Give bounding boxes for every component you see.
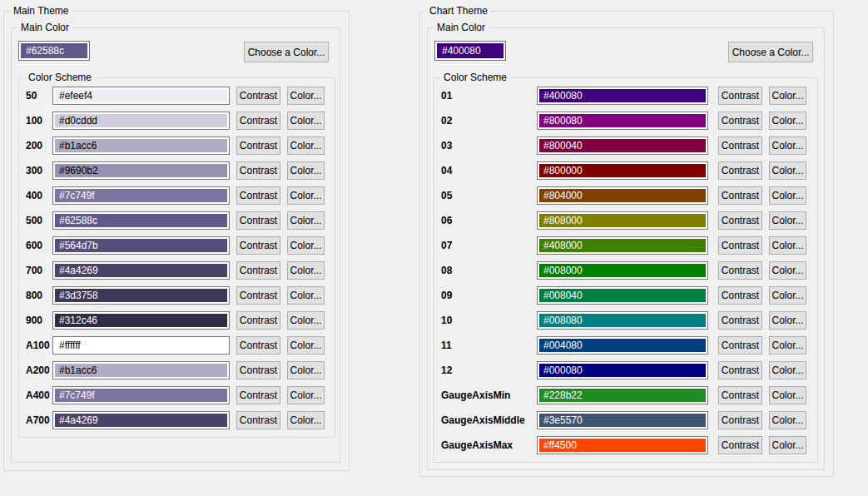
contrast-button[interactable]: Contrast [718, 411, 762, 429]
scheme-color-field[interactable]: #b1acc6 [52, 361, 230, 379]
contrast-button[interactable]: Contrast [718, 286, 762, 305]
contrast-button[interactable]: Contrast [236, 336, 280, 355]
color-button[interactable]: Color... [287, 261, 325, 280]
color-button[interactable]: Color... [287, 161, 325, 180]
contrast-button[interactable]: Contrast [718, 211, 762, 230]
contrast-button[interactable]: Contrast [236, 211, 280, 230]
contrast-button[interactable]: Contrast [718, 436, 762, 454]
contrast-button[interactable]: Contrast [236, 361, 280, 379]
scheme-color-hex: #800000 [543, 165, 583, 176]
contrast-button[interactable]: Contrast [718, 311, 762, 330]
contrast-button[interactable]: Contrast [236, 311, 280, 330]
scheme-key-label: 10 [441, 315, 537, 326]
color-button[interactable]: Color... [769, 411, 806, 429]
color-button[interactable]: Color... [287, 112, 325, 130]
scheme-color-field[interactable]: #ff4500 [537, 436, 708, 454]
color-button[interactable]: Color... [769, 261, 806, 280]
scheme-color-field[interactable]: #62588c [52, 211, 230, 230]
scheme-color-field[interactable]: #800000 [537, 161, 708, 180]
color-button[interactable]: Color... [769, 87, 806, 105]
scheme-color-field[interactable]: #4a4269 [52, 261, 230, 280]
contrast-button[interactable]: Contrast [718, 161, 762, 180]
color-button[interactable]: Color... [769, 436, 806, 454]
contrast-button[interactable]: Contrast [236, 286, 280, 305]
color-button[interactable]: Color... [287, 136, 325, 155]
scheme-color-field[interactable]: #000080 [537, 361, 708, 379]
color-button[interactable]: Color... [287, 286, 325, 305]
color-button[interactable]: Color... [769, 361, 806, 379]
contrast-button[interactable]: Contrast [718, 186, 762, 205]
contrast-button[interactable]: Contrast [718, 236, 762, 255]
contrast-button[interactable]: Contrast [718, 386, 762, 404]
scheme-color-field[interactable]: #b1acc6 [52, 136, 230, 155]
color-scheme-row: A200#b1acc6ContrastColor... [19, 361, 335, 379]
color-button[interactable]: Color... [287, 411, 325, 429]
scheme-color-field[interactable]: #ffffff [52, 336, 230, 355]
contrast-button[interactable]: Contrast [718, 261, 762, 280]
contrast-button[interactable]: Contrast [236, 261, 280, 280]
contrast-button[interactable]: Contrast [236, 386, 280, 404]
scheme-color-field[interactable]: #004080 [537, 336, 708, 355]
scheme-color-field[interactable]: #564d7b [52, 236, 230, 255]
contrast-button[interactable]: Contrast [236, 136, 280, 155]
scheme-color-field[interactable]: #008000 [537, 261, 708, 280]
scheme-color-field[interactable]: #4a4269 [52, 411, 230, 429]
color-button[interactable]: Color... [287, 236, 325, 255]
main-color-group-title: Main Color [17, 22, 72, 34]
color-button[interactable]: Color... [769, 311, 806, 330]
color-button[interactable]: Color... [287, 186, 325, 205]
color-button[interactable]: Color... [769, 112, 806, 130]
choose-color-button[interactable]: Choose a Color... [244, 42, 329, 62]
contrast-button[interactable]: Contrast [236, 236, 280, 255]
contrast-button[interactable]: Contrast [718, 136, 762, 155]
contrast-button[interactable]: Contrast [236, 87, 280, 105]
contrast-button[interactable]: Contrast [718, 361, 762, 379]
color-button[interactable]: Color... [769, 236, 806, 255]
contrast-button[interactable]: Contrast [718, 336, 762, 355]
contrast-button[interactable]: Contrast [718, 87, 762, 105]
color-button[interactable]: Color... [287, 311, 325, 330]
scheme-color-field[interactable]: #408000 [537, 236, 708, 255]
color-button[interactable]: Color... [769, 286, 806, 305]
contrast-button[interactable]: Contrast [236, 411, 280, 429]
contrast-button[interactable]: Contrast [236, 112, 280, 130]
scheme-color-field[interactable]: #008080 [537, 311, 708, 330]
scheme-color-field[interactable]: #008040 [537, 286, 708, 305]
main-color-hex: #62588c [26, 45, 64, 57]
color-button[interactable]: Color... [769, 136, 806, 155]
color-button[interactable]: Color... [287, 336, 325, 355]
color-button[interactable]: Color... [287, 361, 325, 379]
scheme-color-hex: #312c46 [59, 315, 97, 326]
scheme-color-field[interactable]: #400080 [537, 87, 708, 105]
scheme-color-hex: #b1acc6 [59, 140, 97, 151]
contrast-button[interactable]: Contrast [236, 161, 280, 180]
scheme-color-field[interactable]: #228b22 [537, 386, 708, 404]
color-button[interactable]: Color... [769, 161, 806, 180]
scheme-color-field[interactable]: #312c46 [52, 311, 230, 330]
choose-color-button[interactable]: Choose a Color... [728, 42, 813, 62]
contrast-button[interactable]: Contrast [718, 112, 762, 130]
scheme-color-field[interactable]: #efeef4 [52, 87, 230, 105]
scheme-color-field[interactable]: #7c749f [52, 386, 230, 404]
color-button[interactable]: Color... [769, 336, 806, 355]
color-button[interactable]: Color... [287, 386, 325, 404]
scheme-color-field[interactable]: #9690b2 [52, 161, 230, 180]
scheme-key-label: 08 [441, 265, 537, 276]
contrast-button[interactable]: Contrast [236, 186, 280, 205]
scheme-color-hex: #004080 [543, 340, 583, 351]
scheme-color-hex: #808000 [543, 215, 583, 226]
scheme-color-field[interactable]: #3d3758 [52, 286, 230, 305]
scheme-color-field[interactable]: #3e5570 [537, 411, 708, 429]
scheme-color-field[interactable]: #7c749f [52, 186, 230, 205]
color-button[interactable]: Color... [287, 87, 325, 105]
color-button[interactable]: Color... [769, 186, 806, 205]
scheme-color-field[interactable]: #800080 [537, 112, 708, 130]
scheme-color-field[interactable]: #d0cddd [52, 112, 230, 130]
scheme-color-field[interactable]: #808000 [537, 211, 708, 230]
color-button[interactable]: Color... [769, 386, 806, 404]
color-button[interactable]: Color... [287, 211, 325, 230]
color-scheme-row: 50#efeef4ContrastColor... [19, 87, 335, 105]
scheme-color-field[interactable]: #804000 [537, 186, 708, 205]
scheme-color-field[interactable]: #800040 [537, 136, 708, 155]
color-button[interactable]: Color... [769, 211, 806, 230]
